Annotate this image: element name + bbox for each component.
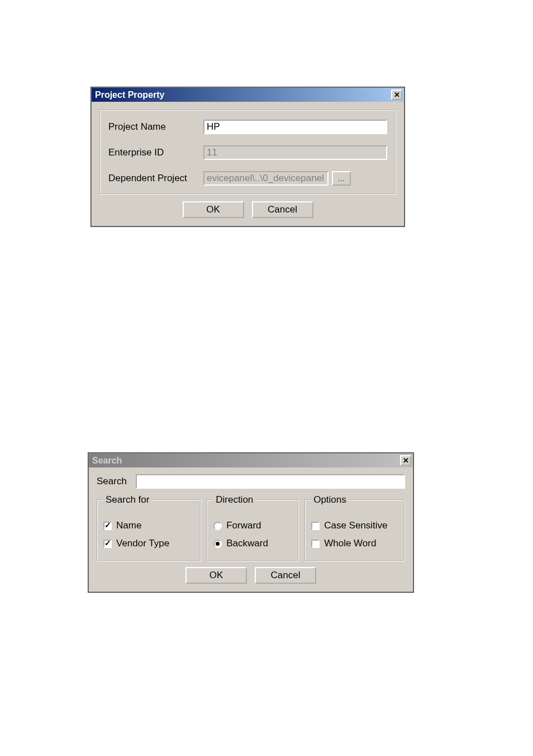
cancel-button[interactable]: Cancel bbox=[255, 567, 316, 584]
input-enterprise-id bbox=[203, 145, 387, 160]
input-search[interactable] bbox=[136, 474, 405, 489]
group-direction: Direction Forward Backward bbox=[207, 494, 299, 561]
label-project-name: Project Name bbox=[108, 121, 203, 133]
input-dependent-project bbox=[203, 171, 329, 186]
dialog-body: Project Name Enterprise ID Dependent Pro… bbox=[92, 102, 404, 226]
checkbox-whole-word[interactable] bbox=[311, 540, 320, 548]
checkbox-vendor-type[interactable] bbox=[103, 540, 112, 548]
checkbox-case-sensitive[interactable] bbox=[311, 522, 320, 530]
option-forward[interactable]: Forward bbox=[213, 517, 292, 535]
row-search: Search bbox=[97, 474, 405, 489]
radio-forward[interactable] bbox=[213, 522, 222, 530]
close-icon: ✕ bbox=[394, 91, 400, 98]
ok-button[interactable]: OK bbox=[185, 567, 247, 584]
browse-button[interactable]: ... bbox=[332, 171, 351, 186]
legend-options: Options bbox=[311, 494, 349, 505]
project-property-dialog: Project Property ✕ Project Name Enterpri… bbox=[91, 87, 404, 226]
label-option-vendor-type: Vendor Type bbox=[116, 538, 169, 549]
cancel-button[interactable]: Cancel bbox=[252, 201, 313, 218]
option-name[interactable]: Name bbox=[103, 517, 194, 535]
fieldset-row: Search for Name Vendor Type Direction Fo… bbox=[97, 494, 405, 561]
label-enterprise-id: Enterprise ID bbox=[108, 147, 203, 158]
close-button[interactable]: ✕ bbox=[400, 455, 411, 466]
radio-backward[interactable] bbox=[213, 540, 222, 548]
group-search-for: Search for Name Vendor Type bbox=[97, 494, 201, 561]
window-title: Search bbox=[92, 456, 122, 466]
ok-button[interactable]: OK bbox=[183, 201, 244, 218]
input-project-name[interactable] bbox=[203, 120, 387, 134]
row-project-name: Project Name bbox=[108, 120, 387, 134]
label-option-forward: Forward bbox=[226, 520, 261, 531]
button-bar: OK Cancel bbox=[97, 567, 405, 584]
option-vendor-type[interactable]: Vendor Type bbox=[103, 535, 194, 552]
legend-direction: Direction bbox=[213, 494, 255, 505]
option-whole-word[interactable]: Whole Word bbox=[311, 535, 398, 552]
label-search: Search bbox=[97, 476, 136, 487]
row-enterprise-id: Enterprise ID bbox=[108, 145, 387, 160]
titlebar[interactable]: Project Property ✕ bbox=[92, 88, 404, 102]
dialog-body: Search Search for Name Vendor Type Direc… bbox=[89, 467, 413, 592]
fields-group: Project Name Enterprise ID Dependent Pro… bbox=[99, 110, 396, 195]
label-option-name: Name bbox=[116, 520, 141, 531]
legend-search-for: Search for bbox=[103, 494, 151, 505]
option-case-sensitive[interactable]: Case Sensitive bbox=[311, 517, 398, 535]
label-dependent-project: Dependent Project bbox=[108, 173, 203, 184]
close-icon: ✕ bbox=[403, 457, 409, 464]
label-option-case-sensitive: Case Sensitive bbox=[324, 520, 387, 531]
row-dependent-project: Dependent Project ... bbox=[108, 171, 387, 186]
titlebar[interactable]: Search ✕ bbox=[89, 453, 413, 467]
group-options: Options Case Sensitive Whole Word bbox=[304, 494, 405, 561]
button-bar: OK Cancel bbox=[99, 201, 396, 218]
label-option-backward: Backward bbox=[226, 538, 268, 549]
option-backward[interactable]: Backward bbox=[213, 535, 292, 552]
checkbox-name[interactable] bbox=[103, 522, 112, 530]
label-option-whole-word: Whole Word bbox=[324, 538, 376, 549]
search-dialog: Search ✕ Search Search for Name Vendor T… bbox=[88, 453, 413, 592]
window-title: Project Property bbox=[95, 90, 164, 100]
close-button[interactable]: ✕ bbox=[391, 89, 402, 100]
